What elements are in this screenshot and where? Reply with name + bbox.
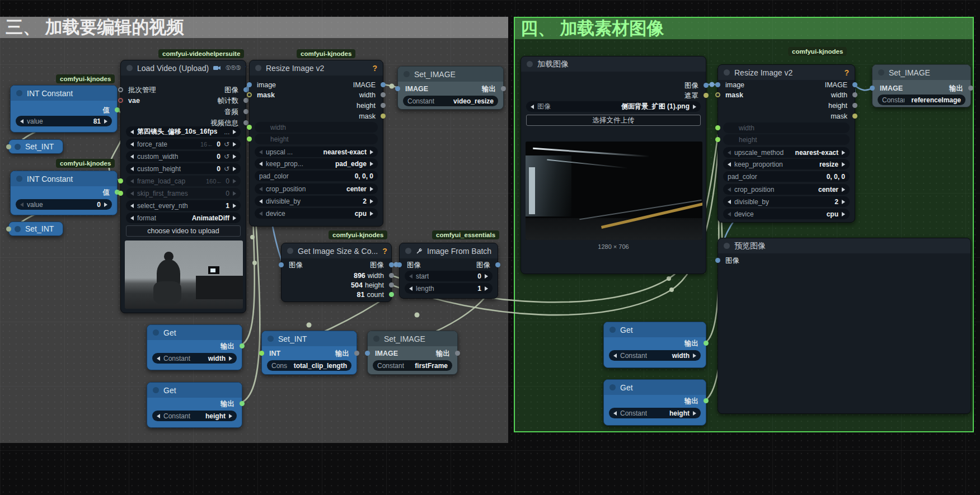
- output-port-frame-count[interactable]: [243, 98, 248, 103]
- frame-load-cap-widget[interactable]: frame_load_cap 160← 0: [126, 176, 241, 186]
- collapse-dot-icon[interactable]: [153, 329, 159, 336]
- increment-arrow-icon[interactable]: [842, 200, 845, 204]
- divisible-by-widget[interactable]: divisible_by 2: [255, 196, 378, 206]
- combo-right-arrow-icon[interactable]: [370, 150, 373, 154]
- collapse-dot-icon[interactable]: [373, 336, 379, 342]
- combo-left-arrow-icon[interactable]: [259, 187, 262, 191]
- node-get-width-left[interactable]: Get 输出 Constant width: [147, 324, 242, 370]
- combo-left-arrow-icon[interactable]: [728, 212, 731, 216]
- collapse-dot-icon[interactable]: [287, 248, 293, 254]
- constant-widget[interactable]: Constant total_clip_length: [267, 360, 351, 371]
- combo-left-arrow-icon[interactable]: [259, 150, 262, 154]
- node-int-constant-2[interactable]: INT Constant 值 value 0: [10, 171, 118, 215]
- node-set-image-first-frame[interactable]: Set_IMAGE IMAGE 输出 Constant firstFrame: [367, 331, 458, 375]
- height-widget[interactable]: height: [723, 134, 850, 145]
- constant-combo[interactable]: Constant height: [609, 408, 701, 418]
- input-port-width[interactable]: [247, 125, 252, 130]
- output-port-width[interactable]: [852, 92, 857, 97]
- collapse-dot-icon[interactable]: [268, 336, 274, 342]
- node-header[interactable]: Set_IMAGE: [368, 331, 457, 346]
- combo-right-arrow-icon[interactable]: [370, 187, 373, 191]
- combo-left-arrow-icon[interactable]: [259, 211, 262, 216]
- combo-right-arrow-icon[interactable]: [842, 212, 845, 216]
- group-title-left[interactable]: 三、 加载要编辑的视频: [0, 17, 508, 38]
- constant-combo[interactable]: Constant width: [152, 353, 237, 364]
- node-set-int-total-clip-length[interactable]: Set_INT INT 输出 Constant total_clip_lengt…: [261, 331, 357, 375]
- output-port-value[interactable]: [115, 107, 120, 112]
- node-header[interactable]: INT Constant: [11, 86, 117, 101]
- decrement-arrow-icon[interactable]: [130, 142, 134, 147]
- combo-right-arrow-icon[interactable]: [233, 130, 236, 134]
- skip-first-frames-widget[interactable]: skip_first_frames 0: [126, 188, 241, 199]
- combo-left-arrow-icon[interactable]: [613, 353, 617, 358]
- increment-arrow-icon[interactable]: [233, 191, 236, 196]
- input-port-mask[interactable]: [247, 92, 252, 97]
- input-port-height[interactable]: [247, 136, 252, 142]
- decrement-arrow-icon[interactable]: [409, 274, 412, 279]
- node-resize-image-v2-right[interactable]: Resize Image v2 ? image mask IMAGE width…: [718, 64, 855, 223]
- input-port-mask[interactable]: [715, 92, 720, 97]
- combo-left-arrow-icon[interactable]: [728, 162, 731, 167]
- divisible-by-widget[interactable]: divisible_by 2: [723, 196, 850, 207]
- increment-arrow-icon[interactable]: [233, 154, 236, 159]
- output-port-mask[interactable]: [704, 93, 709, 98]
- input-port-batch[interactable]: [118, 87, 123, 92]
- length-widget[interactable]: length 1: [405, 283, 493, 294]
- node-header[interactable]: Load Video (Upload) ⓋⒽⓈ ?: [121, 60, 246, 76]
- force-rate-widget[interactable]: force_rate 16← 0 ↺: [126, 139, 241, 149]
- increment-arrow-icon[interactable]: [233, 204, 236, 208]
- node-header[interactable]: Set_INT: [262, 331, 357, 346]
- increment-arrow-icon[interactable]: [233, 179, 236, 183]
- input-port-height[interactable]: [715, 137, 720, 142]
- node-header[interactable]: Resize Image v2 ?: [718, 65, 855, 80]
- width-widget[interactable]: width: [255, 122, 378, 133]
- output-port-audio[interactable]: [243, 109, 248, 114]
- output-port-out[interactable]: [968, 86, 973, 91]
- node-get-height-left[interactable]: Get 输出 Constant height: [147, 382, 242, 428]
- node-image-from-batch[interactable]: Image From Batch 图像 图像 start 0 length 1: [399, 243, 498, 299]
- value-widget[interactable]: value 0: [16, 199, 112, 210]
- output-port-out[interactable]: [354, 351, 359, 356]
- constant-widget[interactable]: Constant video_resize: [403, 96, 498, 106]
- combo-left-arrow-icon[interactable]: [728, 150, 731, 155]
- node-preview-image[interactable]: 预览图像 图像: [718, 238, 971, 414]
- collapsed-input-port[interactable]: [6, 227, 11, 232]
- start-widget[interactable]: start 0: [405, 271, 493, 281]
- output-port-out[interactable]: [704, 341, 709, 346]
- output-port-count[interactable]: [389, 292, 394, 297]
- node-header[interactable]: Get: [147, 383, 242, 398]
- combo-right-arrow-icon[interactable]: [233, 216, 236, 220]
- collapse-dot-icon[interactable]: [255, 65, 261, 71]
- collapse-dot-icon[interactable]: [404, 71, 410, 77]
- node-header[interactable]: Get: [604, 322, 706, 337]
- combo-left-arrow-icon[interactable]: [728, 187, 731, 192]
- decrement-arrow-icon[interactable]: [130, 204, 134, 208]
- output-port-mask[interactable]: [381, 114, 386, 119]
- custom-height-widget[interactable]: custom_height 0 ↺: [126, 163, 241, 174]
- constant-combo[interactable]: Constant width: [609, 350, 701, 361]
- format-combo[interactable]: format AnimateDiff: [126, 213, 241, 223]
- decrement-arrow-icon[interactable]: [728, 200, 731, 204]
- input-port-image[interactable]: [279, 262, 284, 267]
- collapse-dot-icon[interactable]: [878, 69, 884, 76]
- node-header[interactable]: Set_IMAGE: [873, 65, 970, 80]
- combo-right-arrow-icon[interactable]: [370, 211, 373, 216]
- combo-left-arrow-icon[interactable]: [613, 411, 617, 416]
- upscale-method-combo[interactable]: upscale_method nearest-exact: [723, 147, 850, 158]
- output-port-mask[interactable]: [852, 114, 857, 119]
- output-port-out[interactable]: [455, 351, 460, 356]
- collapse-dot-icon[interactable]: [724, 69, 730, 76]
- combo-left-arrow-icon[interactable]: [130, 130, 134, 134]
- collapse-dot-icon[interactable]: [15, 226, 21, 232]
- combo-right-arrow-icon[interactable]: [842, 187, 845, 192]
- collapse-dot-icon[interactable]: [16, 90, 22, 96]
- increment-arrow-icon[interactable]: [104, 119, 107, 124]
- node-load-video-upload[interactable]: Load Video (Upload) ⓋⒽⓈ ? 批次管理 vae 图像 帧计…: [120, 60, 246, 313]
- combo-right-arrow-icon[interactable]: [229, 356, 232, 361]
- collapse-dot-icon[interactable]: [609, 384, 616, 390]
- video-preview-thumbnail[interactable]: [125, 241, 243, 309]
- output-port-image[interactable]: [852, 82, 857, 87]
- node-set-int-collapsed-2[interactable]: Set_INT: [8, 221, 63, 236]
- input-port-image[interactable]: [715, 82, 720, 87]
- combo-right-arrow-icon[interactable]: [693, 105, 696, 109]
